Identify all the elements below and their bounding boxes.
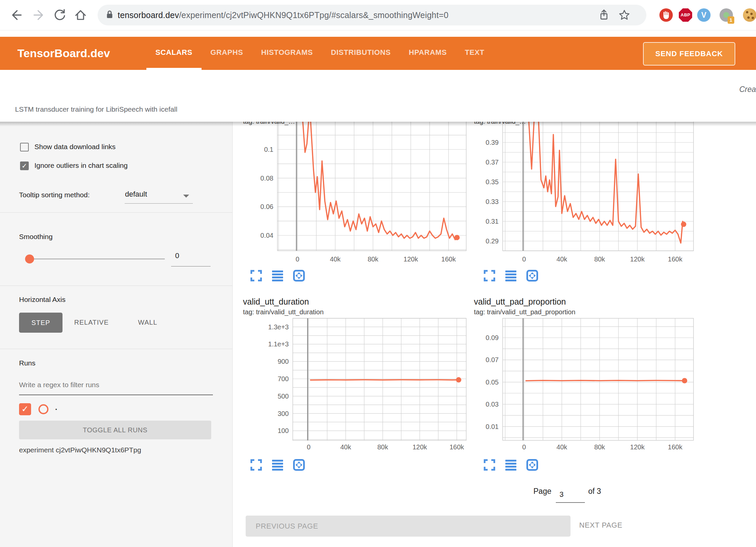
page-of-label: of 3 [588,487,601,496]
smoothing-input-underline [171,266,211,266]
smoothing-slider-thumb[interactable] [25,254,34,263]
final-point-dot[interactable] [681,222,686,227]
final-point-dot[interactable] [456,377,461,382]
log-scale-icon[interactable] [271,269,284,282]
axis-wall-button[interactable]: WALL [138,319,157,326]
home-icon[interactable] [74,8,88,22]
url-path: /experiment/cj2vtPiwQHKN9Q1tx6PTpg/#scal… [179,10,449,20]
fit-domain-icon[interactable] [526,459,538,471]
x-tick-label: 0 [295,255,299,263]
fullscreen-icon[interactable] [250,459,262,471]
toggle-all-runs-button[interactable]: TOGGLE ALL RUNS [19,421,211,439]
url-bar[interactable]: tensorboard.dev/experiment/cj2vtPiwQHKN9… [98,5,646,25]
tab-distributions[interactable]: DISTRIBUTIONS [322,37,400,70]
tab-hparams[interactable]: HPARAMS [400,37,456,70]
y-tick-label: 0.37 [486,158,499,166]
extension-hand-icon[interactable] [659,8,673,22]
y-tick-label: 0.1 [264,146,273,153]
runs-label: Runs [19,359,35,367]
y-tick-label: 0.01 [486,423,499,430]
extension-counter-icon[interactable]: 1 [720,8,733,22]
x-tick-label: 80k [594,443,605,451]
y-tick-label: 0.35 [486,178,499,186]
settings-sidebar [0,122,233,547]
y-tick-label: 900 [278,358,289,365]
extension-badge: 1 [728,16,734,24]
chart-tag-valid-utt-duration: tag: train/valid_utt_duration [243,308,324,316]
y-tick-label: 500 [278,393,289,400]
line-chart-valid_utt_pad_proportion[interactable]: 0.090.070.050.030.01040k80k120k160k [467,311,701,458]
x-tick-label: 80k [368,255,379,263]
app-logo[interactable]: TensorBoard.dev [17,37,110,70]
tab-graphs[interactable]: GRAPHS [202,37,252,70]
lock-icon [105,9,114,21]
cookie-icon[interactable] [743,8,756,22]
chart-tag-valid-utt-pad-proportion: tag: train/valid_utt_pad_proportion [474,308,576,316]
x-tick-label: 160k [668,443,682,451]
extension-abp-icon[interactable]: ABP [679,8,692,22]
x-tick-label: 120k [630,443,645,451]
chart-title-valid-utt-pad-proportion: valid_utt_pad_proportion [474,297,566,307]
plot-border [277,114,466,251]
x-tick-label: 120k [412,443,427,451]
tooltip-sorting-label: Tooltip sorting method: [19,191,90,199]
back-icon[interactable] [9,8,23,22]
tab-scalars[interactable]: SCALARS [146,37,202,70]
line-chart-scalar-chart-top-left[interactable]: 0.10.080.060.04040k80k120k160k [240,114,474,271]
bookmark-star-icon[interactable] [618,9,630,22]
run-color-swatch[interactable] [38,404,48,414]
show-download-links-checkbox[interactable] [20,143,29,151]
send-feedback-button[interactable]: SEND FEEDBACK [643,42,735,66]
chart-toolbar [483,269,538,282]
y-tick-label: 0.06 [260,203,273,210]
fullscreen-icon[interactable] [483,459,496,471]
y-tick-label: 300 [278,410,289,417]
fullscreen-icon[interactable] [483,269,496,282]
regex-input-underline [19,395,213,395]
ignore-outliers-checkbox[interactable]: ✓ [20,161,29,170]
run-line [310,380,459,380]
fit-domain-icon[interactable] [526,269,538,282]
log-scale-icon[interactable] [505,459,517,471]
log-scale-icon[interactable] [505,269,517,282]
x-tick-label: 40k [556,255,568,263]
experiment-title-band [0,70,756,122]
app-header: TensorBoard.dev SCALARS GRAPHS HISTOGRAM… [0,37,756,70]
run-name-label: . [55,403,57,412]
x-tick-label: 120k [403,255,418,263]
final-point-dot[interactable] [682,378,687,383]
reload-icon[interactable] [53,8,67,22]
fit-domain-icon[interactable] [293,459,305,471]
forward-icon[interactable] [32,8,46,22]
chart-toolbar [250,269,305,282]
fit-domain-icon[interactable] [293,269,305,282]
y-tick-label: 1.3e+3 [268,323,289,331]
smoothing-slider-track[interactable] [26,258,165,259]
tooltip-select-underline [125,203,193,204]
experiment-description: LSTM transducer training for LibriSpeech… [15,105,177,113]
final-point-dot[interactable] [454,235,460,240]
extension-v-icon[interactable]: V [697,8,711,22]
log-scale-icon[interactable] [271,459,284,471]
line-chart-valid_utt_duration[interactable]: 1.3e+31.1e+3900700500300100040k80k120k16… [240,311,474,458]
page-number-input[interactable]: 3 [559,490,563,499]
tab-text[interactable]: TEXT [456,37,494,70]
smoothing-value-input[interactable]: 0 [171,251,211,260]
tab-histograms[interactable]: HISTOGRAMS [252,37,322,70]
line-chart-scalar-chart-top-right[interactable]: 0.390.370.350.330.310.29040k80k120k160k [467,114,701,271]
next-page-button[interactable]: NEXT PAGE [579,521,622,530]
chevron-down-icon [183,195,189,198]
x-tick-label: 0 [522,255,526,263]
browser-chrome: tensorboard.dev/experiment/cj2vtPiwQHKN9… [0,0,756,30]
axis-step-button[interactable]: STEP [19,313,62,333]
fullscreen-icon[interactable] [250,269,262,282]
smoothing-label: Smoothing [19,233,52,241]
plot-border [503,318,694,440]
previous-page-button[interactable]: PREVIOUS PAGE [246,516,571,537]
run-checkbox[interactable]: ✓ [19,403,31,415]
tooltip-sorting-select[interactable]: default [125,190,147,199]
share-icon[interactable] [598,9,610,22]
runs-regex-input[interactable]: Write a regex to filter runs [19,381,99,389]
y-tick-label: 0.29 [486,237,499,245]
axis-relative-button[interactable]: RELATIVE [74,319,109,326]
